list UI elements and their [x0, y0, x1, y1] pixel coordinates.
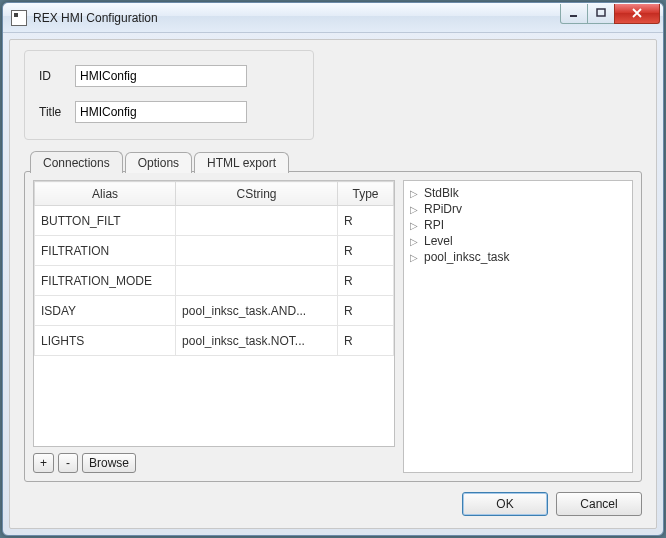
chevron-right-icon[interactable]: ▷: [410, 188, 422, 199]
tree-item-label: RPI: [424, 218, 444, 232]
cell-type[interactable]: R: [337, 326, 393, 356]
ok-button[interactable]: OK: [462, 492, 548, 516]
header-form: ID Title: [24, 50, 314, 140]
cell-type[interactable]: R: [337, 236, 393, 266]
window-controls: [561, 4, 660, 24]
tree-item[interactable]: ▷pool_inksc_task: [408, 249, 628, 265]
maximize-button[interactable]: [587, 4, 615, 24]
close-icon: [631, 8, 643, 18]
remove-button[interactable]: -: [58, 453, 78, 473]
table-row[interactable]: LIGHTSpool_inksc_task.NOT...R: [35, 326, 394, 356]
cell-type[interactable]: R: [337, 206, 393, 236]
cell-cstring[interactable]: [176, 236, 338, 266]
table-row[interactable]: ISDAYpool_inksc_task.AND...R: [35, 296, 394, 326]
cancel-button[interactable]: Cancel: [556, 492, 642, 516]
minimize-icon: [568, 8, 580, 18]
browse-button[interactable]: Browse: [82, 453, 136, 473]
title-label: Title: [39, 105, 75, 119]
col-header-cstring[interactable]: CString: [176, 182, 338, 206]
svg-rect-0: [570, 15, 577, 17]
tree-item-label: pool_inksc_task: [424, 250, 509, 264]
tree-item[interactable]: ▷StdBlk: [408, 185, 628, 201]
connections-table: Alias CString Type BUTTON_FILTRFILTRATIO…: [34, 181, 394, 356]
tab-options[interactable]: Options: [125, 152, 192, 173]
svg-rect-1: [597, 9, 605, 16]
dialog-buttons: OK Cancel: [24, 492, 642, 516]
minimize-button[interactable]: [560, 4, 588, 24]
close-button[interactable]: [614, 4, 660, 24]
table-tools: + - Browse: [33, 453, 395, 473]
cell-alias[interactable]: LIGHTS: [35, 326, 176, 356]
connections-tree[interactable]: ▷StdBlk▷RPiDrv▷RPI▷Level▷pool_inksc_task: [403, 180, 633, 473]
cell-alias[interactable]: BUTTON_FILT: [35, 206, 176, 236]
tree-item-label: Level: [424, 234, 453, 248]
table-row[interactable]: FILTRATIONR: [35, 236, 394, 266]
dialog-window: REX HMI Configuration ID Title: [2, 2, 664, 536]
tree-item[interactable]: ▷RPiDrv: [408, 201, 628, 217]
chevron-right-icon[interactable]: ▷: [410, 204, 422, 215]
tree-item[interactable]: ▷Level: [408, 233, 628, 249]
cell-cstring[interactable]: pool_inksc_task.AND...: [176, 296, 338, 326]
window-title: REX HMI Configuration: [33, 11, 561, 25]
col-header-alias[interactable]: Alias: [35, 182, 176, 206]
cell-alias[interactable]: ISDAY: [35, 296, 176, 326]
tabstrip: Connections Options HTML export: [24, 150, 642, 172]
col-header-type[interactable]: Type: [337, 182, 393, 206]
add-button[interactable]: +: [33, 453, 54, 473]
cell-type[interactable]: R: [337, 296, 393, 326]
cell-type[interactable]: R: [337, 266, 393, 296]
tab-connections[interactable]: Connections: [30, 151, 123, 173]
chevron-right-icon[interactable]: ▷: [410, 236, 422, 247]
connections-table-wrap: Alias CString Type BUTTON_FILTRFILTRATIO…: [33, 180, 395, 447]
table-row[interactable]: FILTRATION_MODER: [35, 266, 394, 296]
cell-alias[interactable]: FILTRATION_MODE: [35, 266, 176, 296]
cell-cstring[interactable]: [176, 206, 338, 236]
tabpanel-connections: Alias CString Type BUTTON_FILTRFILTRATIO…: [24, 171, 642, 482]
cell-cstring[interactable]: pool_inksc_task.NOT...: [176, 326, 338, 356]
connections-left: Alias CString Type BUTTON_FILTRFILTRATIO…: [33, 180, 395, 473]
maximize-icon: [595, 8, 607, 18]
title-field[interactable]: [75, 101, 247, 123]
client-area: ID Title Connections Options HTML export…: [9, 39, 657, 529]
chevron-right-icon[interactable]: ▷: [410, 252, 422, 263]
chevron-right-icon[interactable]: ▷: [410, 220, 422, 231]
titlebar[interactable]: REX HMI Configuration: [3, 3, 663, 33]
cell-alias[interactable]: FILTRATION: [35, 236, 176, 266]
id-field[interactable]: [75, 65, 247, 87]
table-row[interactable]: BUTTON_FILTR: [35, 206, 394, 236]
tab-html-export[interactable]: HTML export: [194, 152, 289, 173]
tree-item-label: StdBlk: [424, 186, 459, 200]
cell-cstring[interactable]: [176, 266, 338, 296]
tree-item-label: RPiDrv: [424, 202, 462, 216]
tree-item[interactable]: ▷RPI: [408, 217, 628, 233]
app-icon: [11, 10, 27, 26]
id-label: ID: [39, 69, 75, 83]
